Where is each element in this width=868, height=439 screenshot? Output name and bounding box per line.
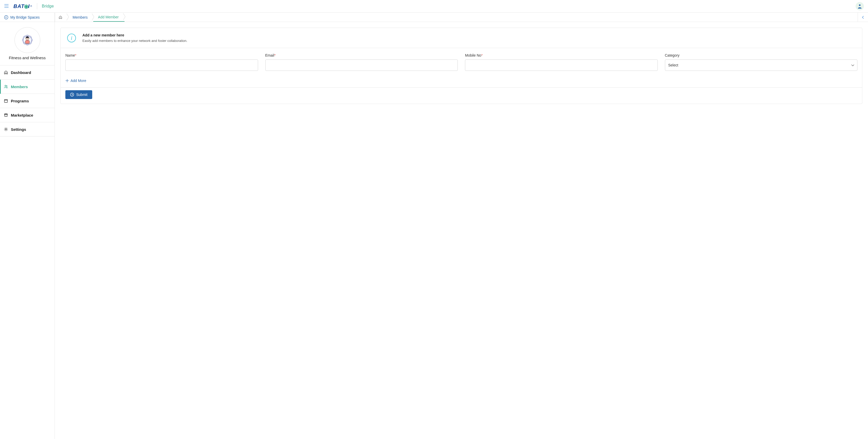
email-label: Email* (265, 53, 458, 57)
card-subtitle: Easily add members to enhance your netwo… (83, 39, 187, 43)
sidebar-item-label: Members (11, 85, 28, 89)
label-text: Email (265, 53, 274, 57)
label-text: Name (65, 53, 75, 57)
home-icon (4, 70, 8, 75)
sidebar-item-label: Settings (11, 127, 26, 131)
card-title: Add a new member here (83, 33, 187, 37)
content-area: Members Add Member (55, 13, 868, 439)
sidebar-item-members[interactable]: Members (0, 80, 55, 94)
form-col-mobile: Mobile No* (465, 53, 658, 71)
form-col-name: Name* (65, 53, 258, 71)
name-label: Name* (65, 53, 258, 57)
space-card: Fitness and Wellness (0, 22, 55, 65)
name-input[interactable] (65, 59, 258, 71)
svg-rect-15 (4, 99, 7, 103)
label-text: Mobile No (465, 53, 481, 57)
required-marker: * (481, 53, 483, 57)
gear-icon (4, 127, 8, 131)
breadcrumb: Members Add Member (55, 13, 858, 22)
arrow-right-circle-icon (70, 93, 74, 97)
users-icon (4, 84, 8, 89)
required-marker: * (274, 53, 276, 57)
form-col-category: Category Select (665, 53, 858, 71)
sidebar: My Bridge Spaces Fitne (0, 13, 55, 439)
category-select-wrap: Select (665, 59, 858, 71)
logo-text-2: I (28, 3, 30, 9)
sidebar-item-label: Dashboard (11, 70, 31, 75)
sidebar-item-settings[interactable]: Settings (0, 122, 55, 137)
svg-point-19 (5, 129, 7, 130)
submit-label: Submit (76, 93, 88, 97)
card-header: i Add a new member here Easily add membe… (61, 28, 862, 48)
sidebar-item-marketplace[interactable]: Marketplace (0, 108, 55, 122)
calendar-icon (4, 98, 8, 103)
sidebar-item-programs[interactable]: Programs (0, 94, 55, 108)
svg-point-11 (27, 38, 27, 38)
header-left: BAT◉I® Bridge (4, 3, 54, 9)
card-header-text: Add a new member here Easily add members… (83, 33, 187, 43)
logo[interactable]: BAT◉I® (13, 3, 32, 9)
breadcrumb-bar: Members Add Member (55, 13, 868, 22)
add-more-label: Add More (70, 79, 86, 83)
add-more-button[interactable]: Add More (65, 77, 86, 84)
back-label: My Bridge Spaces (10, 15, 40, 20)
svg-point-3 (859, 4, 861, 6)
wellness-avatar-icon (16, 28, 39, 52)
select-placeholder: Select (668, 63, 678, 67)
svg-point-14 (6, 86, 7, 87)
svg-point-4 (4, 16, 8, 19)
submit-button[interactable]: Submit (65, 90, 92, 99)
form-col-email: Email* (265, 53, 458, 71)
email-input[interactable] (265, 59, 458, 71)
store-icon (4, 113, 8, 117)
svg-point-12 (28, 38, 28, 38)
breadcrumb-add-member[interactable]: Add Member (93, 13, 124, 22)
user-avatar-menu[interactable] (856, 2, 864, 10)
mobile-input[interactable] (465, 59, 658, 71)
sidebar-item-label: Programs (11, 99, 29, 103)
logo-text-1: BAT (13, 3, 25, 9)
svg-point-24 (70, 93, 74, 96)
top-header: BAT◉I® Bridge (0, 0, 868, 13)
add-member-card: i Add a new member here Easily add membe… (60, 28, 862, 104)
required-marker: * (75, 53, 76, 57)
mobile-label: Mobile No* (465, 53, 658, 57)
sidebar-item-dashboard[interactable]: Dashboard (0, 65, 55, 80)
user-icon (857, 4, 862, 9)
chevron-left-icon (862, 16, 864, 19)
arrow-left-circle-icon (4, 15, 8, 20)
app-title[interactable]: Bridge (42, 4, 54, 8)
info-icon: i (67, 33, 76, 43)
home-icon (59, 16, 62, 19)
card-footer: Submit (61, 88, 862, 104)
form-section: Name* Email* Mobile No* (61, 48, 862, 88)
space-avatar (14, 27, 40, 53)
label-text: Category (665, 53, 680, 57)
plus-icon (65, 79, 69, 83)
sidebar-item-label: Marketplace (11, 113, 33, 117)
breadcrumb-label: Members (72, 15, 88, 20)
breadcrumb-members[interactable]: Members (68, 13, 93, 22)
category-select[interactable]: Select (665, 59, 858, 71)
svg-text:i: i (71, 35, 72, 41)
sidebar-nav: Dashboard Members Programs Marketplace (0, 65, 55, 137)
svg-point-13 (5, 85, 6, 87)
form-row: Name* Email* Mobile No* (65, 53, 858, 71)
chevron-right-icon (123, 13, 126, 21)
category-label: Category (665, 53, 858, 57)
hamburger-menu-icon[interactable] (4, 4, 9, 8)
breadcrumb-home[interactable] (55, 13, 68, 22)
main-content: i Add a new member here Easily add membe… (55, 22, 868, 110)
space-name: Fitness and Wellness (4, 56, 51, 60)
breadcrumb-label: Add Member (98, 15, 119, 19)
registered-icon: ® (30, 5, 32, 7)
collapse-breadcrumb-button[interactable] (858, 13, 868, 22)
my-bridge-spaces-link[interactable]: My Bridge Spaces (0, 13, 55, 22)
